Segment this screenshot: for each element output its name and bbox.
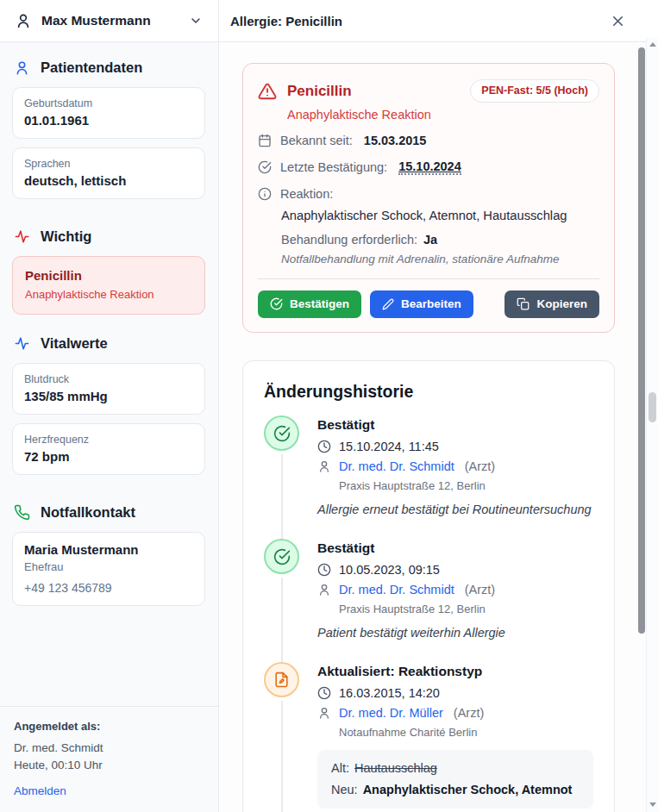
copy-button-label: Kopieren [536, 297, 587, 310]
blood-pressure-label: Blutdruck [24, 373, 193, 385]
entry-datetime-row: 10.05.2023, 09:15 [317, 563, 593, 577]
change-diff-box: Alt:Hautausschlag Neu:Anaphylaktischer S… [317, 750, 593, 809]
entry-datetime-row: 16.03.2015, 14:20 [317, 686, 593, 700]
app-window: Max Mustermann Allergie: Penicillin [0, 0, 658, 812]
important-allergy-reaction: Anaphylaktische Reaktion [25, 288, 192, 301]
section-patientendaten-header: Patientendaten [14, 59, 205, 76]
activity-icon [14, 335, 30, 352]
card-divider [258, 278, 599, 279]
entry-title: Bestätigt [317, 417, 593, 433]
change-old-row: Alt:Hautausschlag [331, 761, 580, 775]
allergy-summary-card: Penicillin PEN-Fast: 5/5 (Hoch) Anaphyla… [242, 63, 615, 333]
change-old-value: Hautausschlag [354, 761, 437, 775]
entry-doctor-row: Dr. med. Dr. Müller (Arzt) [317, 706, 593, 720]
birthdate-label: Geburtsdatum [24, 97, 193, 109]
history-entry: Bestätigt 15.10.2024, 11:45 Dr. med. Dr [264, 415, 593, 539]
confirm-button[interactable]: Bestätigen [258, 290, 361, 318]
check-circle-icon [273, 548, 291, 565]
doctor-link[interactable]: Dr. med. Dr. Schmidt [339, 583, 454, 597]
confirmed-marker [264, 415, 299, 451]
person-icon [317, 706, 331, 720]
languages-value: deutsch, lettisch [24, 173, 193, 188]
entry-note: Allergie erneut bestätigt bei Routineunt… [317, 503, 593, 516]
emergency-contact-card: Maria Mustermann Ehefrau +49 123 456789 [12, 532, 205, 606]
known-since-value: 15.03.2015 [364, 134, 427, 147]
change-new-row: Neu:Anaphylaktischer Schock, Atemnot [331, 783, 580, 796]
section-wichtig: Wichtig Penicillin Anaphylaktische Reakt… [12, 228, 205, 315]
clock-icon [317, 440, 331, 453]
updated-marker [264, 662, 299, 697]
severity-badge: PEN-Fast: 5/5 (Hoch) [470, 79, 599, 103]
scroll-down-arrow[interactable] [649, 803, 656, 807]
panel-scrollbar[interactable] [638, 42, 645, 812]
contact-phone: +49 123 456789 [24, 581, 193, 595]
reaction-label: Reaktion: [280, 187, 333, 201]
window-scrollbar[interactable] [646, 37, 658, 812]
section-title: Vitalwerte [41, 335, 108, 352]
entry-datetime: 10.05.2023, 09:15 [339, 563, 440, 577]
copy-button[interactable]: Kopieren [504, 290, 599, 318]
calendar-icon [258, 134, 272, 147]
history-card: Änderungshistorie Bestätigt [242, 360, 615, 812]
patient-sidebar: Patientendaten Geburtsdatum 01.01.1961 S… [0, 42, 219, 812]
change-new-value: Anaphylaktischer Schock, Atemnot [363, 783, 573, 796]
logout-link[interactable]: Abmelden [14, 784, 66, 797]
doctor-link[interactable]: Dr. med. Dr. Schmidt [339, 459, 454, 473]
allergy-detail-panel: Penicillin PEN-Fast: 5/5 (Hoch) Anaphyla… [219, 42, 658, 812]
window-scrollbar-thumb[interactable] [649, 392, 656, 422]
doctor-role: (Arzt) [454, 706, 484, 720]
doctor-role: (Arzt) [465, 583, 495, 597]
person-icon [14, 59, 30, 76]
copy-icon [517, 297, 530, 310]
last-confirmed-row: Letzte Bestätigung: 15.10.2024 [258, 159, 599, 175]
important-allergy-card[interactable]: Penicillin Anaphylaktische Reaktion [12, 256, 205, 315]
reaction-row: Reaktion: [258, 187, 599, 201]
treatment-row: Behandlung erforderlich: Ja [281, 233, 599, 247]
heart-rate-value: 72 bpm [24, 449, 193, 464]
chevron-down-icon [189, 14, 203, 28]
treatment-value: Ja [423, 233, 437, 247]
pencil-icon [382, 298, 394, 310]
known-since-row: Bekannt seit: 15.03.2015 [258, 134, 599, 147]
birthdate-value: 01.01.1961 [24, 113, 193, 128]
panel-scrollbar-thumb[interactable] [638, 47, 645, 634]
person-icon [317, 583, 331, 597]
history-entry: Bestätigt 10.05.2023, 09:15 Dr. med. Dr [264, 539, 593, 662]
panel-title: Allergie: Penicillin [230, 14, 342, 28]
section-title: Wichtig [41, 228, 91, 245]
history-entry: Aktualisiert: Reaktionstyp 16.03.2015, 1… [264, 662, 593, 812]
check-circle-icon [270, 297, 283, 310]
contact-relation: Ehefrau [24, 560, 193, 573]
edit-button-label: Bearbeiten [401, 297, 461, 310]
patient-selector[interactable]: Max Mustermann [0, 0, 219, 41]
doctor-link[interactable]: Dr. med. Dr. Müller [339, 706, 443, 720]
entry-datetime: 16.03.2015, 14:20 [339, 686, 440, 700]
entry-datetime: 15.10.2024, 11:45 [339, 440, 439, 453]
allergy-subtitle: Anaphylaktische Reaktion [287, 108, 599, 122]
close-icon [610, 13, 626, 29]
last-confirmed-label: Letzte Bestätigung: [280, 160, 387, 174]
entry-doctor-row: Dr. med. Dr. Schmidt (Arzt) [317, 583, 593, 597]
phone-icon [14, 504, 30, 521]
file-edit-icon [273, 671, 290, 688]
logged-in-user: Dr. med. Schmidt [14, 740, 204, 757]
person-icon [317, 459, 331, 473]
blood-pressure-value: 135/85 mmHg [24, 389, 193, 403]
confirmed-marker [264, 539, 299, 574]
scroll-up-arrow[interactable] [649, 42, 656, 47]
entry-title: Aktualisiert: Reaktionstyp [317, 664, 593, 679]
important-allergy-name: Penicillin [25, 268, 192, 283]
confirm-button-label: Bestätigen [290, 297, 349, 310]
logged-in-time: Heute, 00:10 Uhr [14, 757, 204, 774]
known-since-label: Bekannt seit: [280, 134, 353, 147]
edit-button[interactable]: Bearbeiten [370, 290, 473, 318]
section-notfallkontakt-header: Notfallkontakt [14, 504, 205, 521]
doctor-role: (Arzt) [465, 459, 495, 473]
close-button[interactable] [610, 13, 626, 29]
section-title: Patientendaten [41, 59, 142, 76]
entry-note: Patient bestätigt weiterhin Allergie [317, 626, 593, 640]
logged-in-label: Angemeldet als: [14, 720, 204, 733]
entry-doctor-row: Dr. med. Dr. Schmidt (Arzt) [317, 459, 593, 473]
entry-location: Praxis Hauptstraße 12, Berlin [339, 603, 593, 615]
entry-title: Bestätigt [317, 540, 593, 556]
